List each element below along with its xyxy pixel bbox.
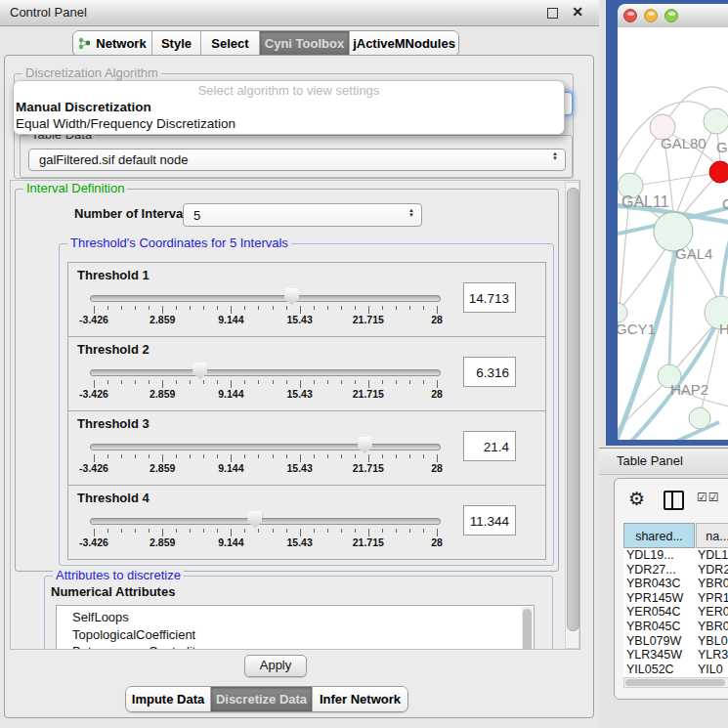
tab-label: Select <box>211 36 248 51</box>
major-tick <box>231 454 232 462</box>
tab-jactivemnodules[interactable]: jActiveMNodules <box>349 31 458 56</box>
major-tick <box>437 529 438 536</box>
minor-tick <box>258 306 259 310</box>
tab-select[interactable]: Select <box>200 31 259 56</box>
major-tick <box>94 306 95 314</box>
network-node[interactable] <box>704 108 728 134</box>
column-header[interactable]: na... <box>696 523 728 548</box>
algorithm-dropdown-popup: Select algorithm to view settings Manual… <box>13 80 565 135</box>
column-header[interactable]: shared... <box>623 523 695 548</box>
settings-scroll-area: Interval Definition Number of Intervals … <box>10 180 580 650</box>
attributes-group: Attributes to discretize Numerical Attri… <box>44 576 553 650</box>
threshold-label: Threshold 2 <box>77 342 150 357</box>
threshold-value-field[interactable]: 6.316 <box>463 357 516 387</box>
minor-tick <box>382 454 383 458</box>
tab-cyni-toolbox[interactable]: Cyni Toolbox <box>259 31 349 56</box>
table-row[interactable]: YPR145WYPR1 <box>623 591 728 606</box>
slider-thumb[interactable] <box>247 511 262 528</box>
threshold-panel: Threshold 2-3.4262.8599.14415.4321.71528… <box>67 336 546 411</box>
cell-shared-name: YDR27... <box>626 563 676 578</box>
minor-tick <box>121 380 122 384</box>
cell-name: YER0 <box>698 605 728 620</box>
slider-thumb[interactable] <box>358 437 372 453</box>
checkbox-icons[interactable]: ☑☑ <box>697 491 720 504</box>
minor-tick <box>423 306 424 310</box>
table-toolbar: ⚙ ☑☑ <box>615 487 728 512</box>
slider-track[interactable] <box>90 295 441 302</box>
minor-tick <box>203 454 204 458</box>
close-traffic-light-icon[interactable] <box>623 9 637 22</box>
minor-tick <box>382 529 383 533</box>
gear-icon[interactable]: ⚙ <box>628 488 645 510</box>
minor-tick <box>396 529 397 533</box>
table-row[interactable]: YBL079WYBL0 <box>623 634 728 649</box>
columns-icon[interactable] <box>664 491 684 510</box>
minor-tick <box>355 454 356 458</box>
apply-button[interactable]: Apply <box>244 655 307 677</box>
slider-track[interactable] <box>90 518 441 525</box>
slider-track[interactable] <box>90 444 441 450</box>
table-row[interactable]: YER054CYER0 <box>623 605 728 620</box>
minor-tick <box>244 306 245 310</box>
table-row[interactable]: YBR045CYBR0 <box>623 620 728 634</box>
network-node[interactable] <box>709 161 728 183</box>
major-tick <box>231 380 232 388</box>
major-tick <box>94 529 95 536</box>
spinner-arrows-icon: ▲▼ <box>552 151 558 161</box>
minor-tick <box>107 454 108 458</box>
network-node[interactable] <box>618 303 627 322</box>
minor-tick <box>327 380 328 384</box>
control-panel-window: Control Panel ✕ NetworkStyleSelectCyni T… <box>0 0 599 728</box>
close-icon[interactable]: ✕ <box>572 4 583 20</box>
horizontal-scrollbar[interactable] <box>623 677 728 688</box>
tab-discretize-data[interactable]: Discretize Data <box>210 687 312 711</box>
network-canvas[interactable]: GAL80GAGAL11CGAL4GCY1HHAP2 <box>618 27 728 440</box>
slider-track[interactable] <box>90 369 441 376</box>
attribute-list-item[interactable]: BetweennessCentrality <box>57 643 534 650</box>
table-row[interactable]: YDR27...YDR2 <box>623 563 728 578</box>
slider-thumb[interactable] <box>193 363 207 379</box>
minor-tick <box>258 454 259 458</box>
cell-name: YBL0 <box>698 634 728 649</box>
network-node-label: GCY1 <box>618 321 656 337</box>
network-node[interactable] <box>689 407 710 429</box>
network-edge <box>618 250 676 440</box>
minor-tick <box>149 454 150 458</box>
threshold-value-field[interactable]: 21.4 <box>463 431 516 461</box>
minor-tick <box>149 306 150 310</box>
scrollbar-thumb[interactable] <box>567 188 579 631</box>
minor-tick <box>314 529 315 533</box>
tab-infer-network[interactable]: Infer Network <box>312 687 407 711</box>
tab-style[interactable]: Style <box>151 31 200 56</box>
attribute-list-item[interactable]: SelfLoops <box>57 609 534 626</box>
threshold-value-field[interactable]: 11.344 <box>463 505 516 535</box>
table-row[interactable]: YIL052CYIL0 <box>623 663 728 677</box>
minor-tick <box>217 306 218 310</box>
tick-label: 2.859 <box>133 314 192 325</box>
table-data-combobox[interactable]: galFiltered.sif default node ▲▼ <box>28 149 566 171</box>
zoom-traffic-light-icon[interactable] <box>664 9 678 22</box>
slider-thumb[interactable] <box>284 288 299 305</box>
dropdown-option[interactable]: Manual Discretization <box>14 99 564 115</box>
interval-definition-label: Interval Definition <box>23 182 127 195</box>
dropdown-option[interactable]: Equal Width/Frequency Discretization <box>14 115 564 132</box>
major-tick <box>231 306 232 314</box>
threshold-value-field[interactable]: 14.713 <box>463 282 516 313</box>
tab-network[interactable]: Network <box>73 31 151 56</box>
table-row[interactable]: YLR345WYLR3 <box>623 648 728 663</box>
table-data-value: galFiltered.sif default node <box>39 150 188 171</box>
float-window-icon[interactable] <box>547 8 558 19</box>
vertical-scrollbar[interactable] <box>565 182 579 649</box>
table-row[interactable]: YBR043CYBR0 <box>623 577 728 591</box>
list-scrollbar[interactable] <box>522 607 533 650</box>
numerical-attributes-list[interactable]: SelfLoopsTopologicalCoefficientBetweenne… <box>56 605 535 650</box>
number-of-intervals-combobox[interactable]: 5 ▲▼ <box>183 203 422 227</box>
table-row[interactable]: YDL19...YDL1 <box>623 548 728 563</box>
major-tick <box>300 529 301 536</box>
number-of-intervals-label: Number of Intervals <box>74 206 193 221</box>
tab-impute-data[interactable]: Impute Data <box>126 687 210 711</box>
minimize-traffic-light-icon[interactable] <box>644 9 658 22</box>
numerical-attributes-label: Numerical Attributes <box>51 584 175 599</box>
attribute-list-item[interactable]: TopologicalCoefficient <box>57 626 534 644</box>
scrollbar-thumb[interactable] <box>625 679 725 686</box>
